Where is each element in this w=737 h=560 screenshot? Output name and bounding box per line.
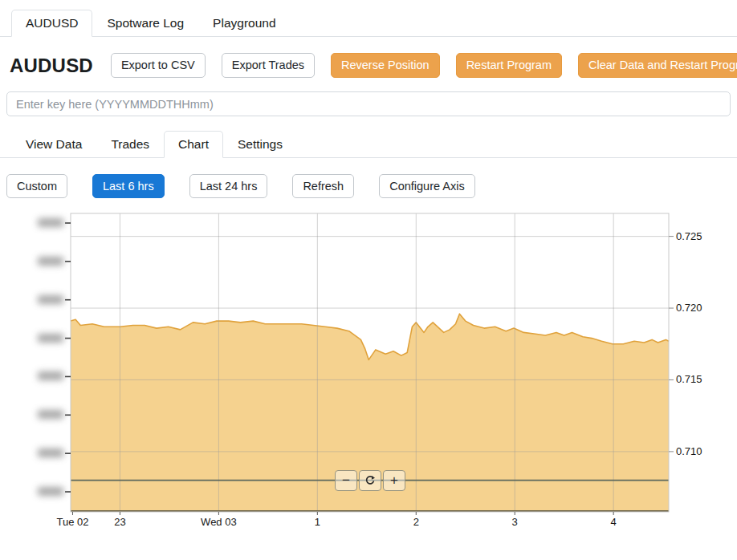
page-title: AUDUSD	[10, 55, 93, 77]
refresh-button[interactable]: Refresh	[292, 174, 354, 198]
configure-axis-button[interactable]: Configure Axis	[379, 174, 475, 198]
y-axis-label-redacted	[38, 218, 63, 227]
refresh-icon	[364, 475, 376, 486]
y-axis-label-redacted	[38, 487, 63, 496]
x-axis-label: 23	[83, 516, 156, 528]
zoom-reset-button[interactable]	[359, 470, 381, 491]
zoom-out-button[interactable]: −	[335, 470, 357, 491]
key-input[interactable]	[6, 91, 731, 116]
chart-zoom-controls: − +	[335, 470, 407, 491]
x-axis-label: 2	[380, 516, 452, 528]
clear-data-and-restart-program-button[interactable]: Clear Data and Restart Program	[578, 53, 737, 78]
zoom-in-button[interactable]: +	[383, 470, 405, 491]
right-axis-label: 0.715	[676, 373, 702, 385]
x-axis-label: 3	[478, 516, 551, 528]
range-controls: CustomLast 6 hrsLast 24 hrsRefreshConfig…	[0, 174, 737, 198]
tab-trades[interactable]: Trades	[96, 131, 164, 158]
last-24-hrs-button[interactable]: Last 24 hrs	[189, 174, 268, 198]
right-axis-label: 0.725	[676, 230, 702, 242]
tab-spotware-log[interactable]: Spotware Log	[92, 10, 198, 37]
reverse-position-button[interactable]: Reverse Position	[331, 53, 440, 78]
instrument-header: AUDUSD Export to CSVExport TradesReverse…	[0, 53, 737, 78]
view-tab-bar: View DataTradesChartSettings	[0, 131, 737, 158]
right-axis-label: 0.720	[676, 302, 702, 314]
y-axis-label-redacted	[38, 410, 63, 419]
last-6-hrs-button[interactable]: Last 6 hrs	[92, 174, 165, 198]
custom-button[interactable]: Custom	[6, 174, 67, 198]
y-axis-label-redacted	[38, 371, 63, 380]
export-to-csv-button[interactable]: Export to CSV	[111, 53, 206, 78]
x-axis-label: 1	[281, 516, 353, 528]
tab-chart[interactable]: Chart	[164, 131, 223, 158]
top-tab-bar: AUDUSDSpotware LogPlayground	[0, 0, 737, 37]
x-axis-label: Wed 03	[182, 516, 254, 528]
y-axis-label-redacted	[38, 295, 63, 304]
key-input-row	[0, 91, 737, 116]
export-trades-button[interactable]: Export Trades	[222, 53, 315, 78]
header-actions: Export to CSVExport TradesReverse Positi…	[111, 53, 737, 78]
y-axis-label-redacted	[38, 448, 63, 457]
tab-playground[interactable]: Playground	[198, 10, 290, 37]
tab-settings[interactable]: Settings	[223, 131, 297, 158]
price-chart: Tue 0223Wed 0312340.7250.7200.7150.710 −…	[0, 208, 737, 538]
right-axis-label: 0.710	[676, 445, 702, 457]
y-axis-label-redacted	[38, 257, 63, 266]
tab-audusd[interactable]: AUDUSD	[11, 10, 92, 37]
y-axis-label-redacted	[38, 334, 63, 343]
restart-program-button[interactable]: Restart Program	[456, 53, 562, 78]
x-axis-label: 4	[577, 516, 649, 528]
tab-view-data[interactable]: View Data	[11, 131, 96, 158]
